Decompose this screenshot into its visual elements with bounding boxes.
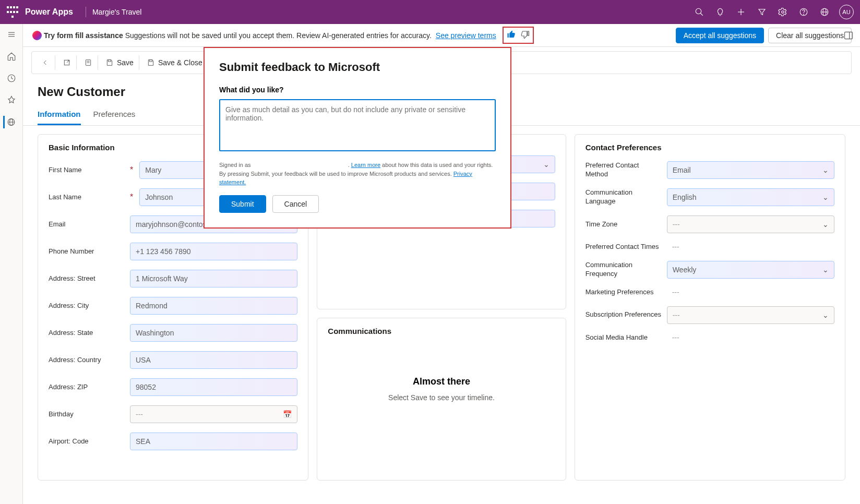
- copilot-icon: [32, 31, 42, 40]
- chevron-down-icon: ⌄: [822, 166, 829, 174]
- svg-rect-17: [845, 32, 853, 39]
- label-zip: Address: ZIP: [49, 383, 126, 392]
- calendar-icon[interactable]: 📅: [283, 410, 292, 418]
- svg-point-6: [804, 14, 804, 15]
- chevron-down-icon: ⌄: [822, 266, 829, 274]
- gear-icon[interactable]: [774, 4, 791, 20]
- globe-nav-icon[interactable]: [3, 116, 16, 128]
- user-avatar[interactable]: AU: [839, 5, 854, 19]
- svg-rect-24: [108, 60, 111, 62]
- record-set-button[interactable]: [79, 55, 98, 70]
- thumbs-up-icon[interactable]: [507, 30, 516, 41]
- label-country: Address: Country: [49, 356, 126, 365]
- label-state: Address: State: [49, 329, 126, 338]
- comms-heading: Communications: [328, 327, 555, 335]
- value-marketing: ---: [667, 288, 834, 296]
- almost-there-title: Almost there: [338, 376, 544, 387]
- save-label: Save: [117, 58, 134, 67]
- copilot-pane-toggle[interactable]: [837, 24, 860, 47]
- feedback-thumbs-highlight: [503, 27, 534, 44]
- label-firstname: First Name: [49, 166, 126, 175]
- tab-information[interactable]: Information: [38, 110, 81, 125]
- dialog-title: Submit feedback to Microsoft: [219, 61, 496, 74]
- save-close-label: Save & Close: [158, 58, 202, 67]
- environment-label[interactable]: Margie's Travel: [92, 8, 141, 16]
- input-airport[interactable]: SEA: [130, 433, 297, 450]
- globe-icon[interactable]: [816, 4, 833, 20]
- prefs-heading: Contact Preferences: [586, 143, 834, 152]
- input-street[interactable]: 1 Microsoft Way: [130, 270, 297, 287]
- svg-point-4: [782, 11, 784, 14]
- svg-point-0: [696, 8, 701, 14]
- signed-in-label: Signed in as: [219, 162, 251, 168]
- value-social: ---: [667, 333, 834, 342]
- input-subs[interactable]: ---⌄: [667, 306, 834, 324]
- filter-icon[interactable]: [754, 4, 770, 20]
- suggestion-body: Suggestions will not be saved until you …: [125, 31, 432, 40]
- input-phone[interactable]: +1 123 456 7890: [130, 243, 297, 260]
- dialog-prompt: What did you like?: [219, 86, 496, 94]
- preview-terms-link[interactable]: See preview terms: [436, 31, 496, 40]
- left-nav-rail: [0, 24, 23, 504]
- help-icon[interactable]: [795, 4, 812, 20]
- chevron-down-icon: ⌄: [822, 311, 829, 319]
- open-new-window-button[interactable]: [57, 55, 77, 70]
- feedback-textarea[interactable]: [219, 99, 496, 151]
- chevron-down-icon: ⌄: [822, 193, 829, 201]
- learn-more-link[interactable]: Learn more: [351, 162, 380, 168]
- accept-all-button[interactable]: Accept all suggestions: [676, 28, 764, 43]
- label-email: Email: [49, 220, 126, 229]
- label-social: Social Media Handle: [586, 333, 663, 342]
- input-country[interactable]: USA: [130, 351, 297, 369]
- feedback-dialog: Submit feedback to Microsoft What did yo…: [204, 47, 511, 229]
- suggestion-bar: Try form fill assistance Suggestions wil…: [0, 24, 860, 47]
- label-times: Preferred Contact Times: [586, 243, 663, 251]
- svg-rect-25: [149, 60, 152, 62]
- cancel-button[interactable]: Cancel: [272, 195, 319, 213]
- label-lastname: Last Name: [49, 193, 126, 202]
- label-airport: Airport: Code: [49, 437, 126, 446]
- save-close-button[interactable]: Save & Close: [141, 55, 208, 70]
- almost-there-hint: Select Save to see your timeline.: [338, 393, 544, 402]
- app-launcher-icon[interactable]: [6, 6, 19, 18]
- label-lang: Communication Language: [586, 188, 663, 206]
- menu-icon[interactable]: [5, 28, 18, 41]
- search-icon[interactable]: [691, 4, 708, 20]
- pin-icon[interactable]: [5, 94, 18, 106]
- submit-button[interactable]: Submit: [219, 195, 266, 213]
- chevron-down-icon: ⌄: [543, 160, 550, 169]
- suggestion-bold: Try form fill assistance: [44, 31, 123, 40]
- input-tz[interactable]: ---⌄: [667, 215, 834, 233]
- label-street: Address: Street: [49, 274, 126, 283]
- plus-icon[interactable]: [733, 4, 749, 20]
- value-times: ---: [667, 243, 834, 251]
- suggestion-text: Try form fill assistance Suggestions wil…: [44, 31, 496, 40]
- input-zip[interactable]: 98052: [130, 378, 297, 396]
- recent-icon[interactable]: [5, 72, 18, 85]
- prefs-card: Contact Preferences Preferred Contact Me…: [575, 134, 845, 481]
- label-freq: Communication Frequency: [586, 261, 663, 279]
- thumbs-down-icon[interactable]: [520, 30, 530, 41]
- input-method[interactable]: Email⌄: [667, 161, 834, 179]
- lightbulb-icon[interactable]: [712, 4, 728, 20]
- input-freq[interactable]: Weekly⌄: [667, 261, 834, 279]
- back-button[interactable]: [36, 55, 55, 70]
- input-city[interactable]: Redmond: [130, 297, 297, 315]
- chevron-down-icon: ⌄: [822, 220, 829, 229]
- input-lang[interactable]: English⌄: [667, 188, 834, 206]
- input-birthday[interactable]: ---📅: [130, 405, 297, 423]
- label-phone: Phone Number: [49, 247, 126, 256]
- label-tz: Time Zone: [586, 220, 663, 229]
- svg-line-20: [67, 60, 69, 63]
- home-icon[interactable]: [5, 50, 18, 63]
- save-button[interactable]: Save: [100, 55, 139, 70]
- label-city: Address: City: [49, 302, 126, 310]
- tab-preferences[interactable]: Preferences: [93, 110, 136, 125]
- brand-label: Power Apps: [25, 7, 73, 17]
- input-state[interactable]: Washington: [130, 324, 297, 342]
- app-header: Power Apps Margie's Travel AU: [0, 0, 860, 24]
- label-method: Preferred Contact Method: [586, 161, 663, 179]
- label-marketing: Marketing Preferences: [586, 288, 663, 297]
- svg-line-1: [700, 13, 703, 16]
- dialog-legal: Signed in as . Learn more about how this…: [219, 161, 496, 187]
